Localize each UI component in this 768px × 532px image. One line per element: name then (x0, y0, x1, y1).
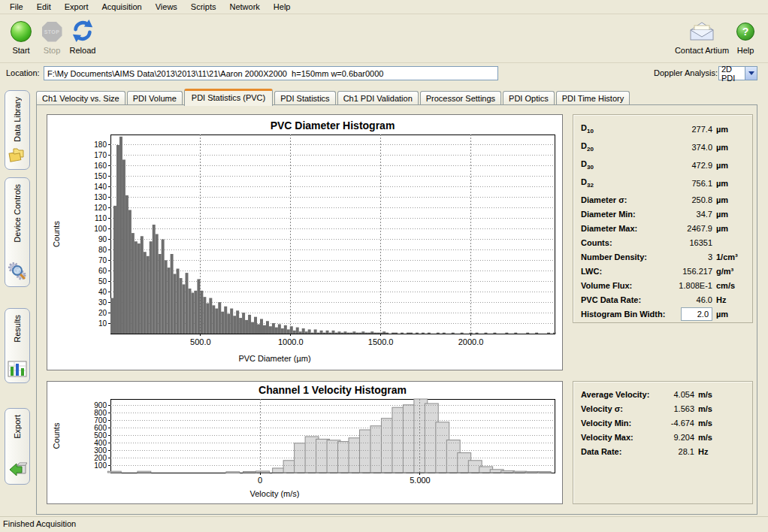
stat-label: Average Velocity: (581, 390, 649, 399)
stat-row: Velocity Min:-4.674m/s (581, 416, 745, 430)
histogram-bar (269, 326, 272, 334)
histogram-bar (364, 333, 367, 334)
histogram-bin-width-input[interactable] (681, 307, 712, 321)
sidebar-item-device-controls[interactable]: Device Controls (5, 177, 30, 287)
histogram-bar (535, 333, 538, 334)
histogram-bar (206, 304, 209, 334)
tab-pdi-time-history[interactable]: PDI Time History (556, 91, 630, 105)
menu-item-network[interactable]: Network (222, 1, 266, 13)
contact-artium-button[interactable]: Contact Artium (671, 20, 733, 55)
stat-value: 3 (647, 252, 712, 261)
histogram-bar (340, 333, 343, 334)
tab-pdi-volume[interactable]: PDI Volume (127, 91, 183, 105)
menu-item-edit[interactable]: Edit (30, 1, 58, 13)
histogram-bar (122, 159, 125, 334)
histogram-bar (343, 331, 346, 334)
histogram-bar (484, 333, 487, 334)
menu-item-file[interactable]: File (3, 1, 30, 13)
histogram-bar (147, 256, 150, 334)
histogram-bar (150, 241, 153, 334)
reload-button[interactable]: Reload (65, 20, 101, 55)
tab-ch1-velocity-vs-size[interactable]: Ch1 Velocity vs. Size (36, 91, 125, 105)
stat-row: D20374.0µm (581, 138, 745, 156)
reload-icon (71, 20, 94, 44)
combo-dropdown-button[interactable] (745, 67, 757, 80)
stat-label: Counts: (581, 238, 612, 247)
histogram-bar (218, 302, 221, 334)
histogram-bar (135, 241, 138, 334)
menu-item-help[interactable]: Help (267, 1, 298, 13)
stat-value: 277.4 (594, 125, 712, 134)
histogram-bar (153, 225, 156, 334)
histogram-bar (239, 318, 242, 334)
stat-unit: µm (716, 310, 745, 319)
gears-icon (8, 261, 27, 283)
menu-item-views[interactable]: Views (149, 1, 184, 13)
stat-value: 156.217 (602, 267, 712, 276)
histogram-bar (379, 333, 382, 334)
histogram-bar (191, 293, 194, 334)
stat-unit: µm (716, 161, 745, 170)
help-button-label: Help (737, 46, 754, 55)
y-tick-label: 40 (98, 288, 107, 296)
stat-row: Volume Flux:1.808E-1cm/s (581, 278, 745, 292)
start-button-label: Start (12, 46, 29, 55)
stat-label: D10 (581, 123, 594, 135)
stop-button[interactable]: STOP Stop (38, 20, 66, 55)
histogram-bar (132, 233, 135, 334)
doppler-analysis-select[interactable]: 2D PDI (718, 66, 757, 80)
sidebar-item-label: Device Controls (13, 184, 22, 243)
histogram-bar (317, 333, 320, 334)
tab-processor-settings[interactable]: Processor Settings (420, 91, 501, 105)
sidebar-item-results[interactable]: Results (5, 308, 30, 383)
histogram-bar (144, 252, 147, 334)
tab-pdi-statistics-pvc-[interactable]: PDI Statistics (PVC) (184, 89, 273, 106)
velocity-histogram-panel: 90080070060050040030020010005.000Channel… (47, 381, 563, 504)
app-window: FileEditExportAcquisitionViewsScriptsNet… (0, 0, 768, 532)
histogram-bar (553, 333, 556, 334)
tab-pdi-statistics[interactable]: PDI Statistics (274, 91, 335, 105)
start-icon (11, 21, 32, 42)
start-button[interactable]: Start (5, 20, 38, 55)
histogram-bar (376, 333, 379, 334)
histogram-bar (215, 309, 218, 334)
menu-item-scripts[interactable]: Scripts (184, 1, 223, 13)
histogram-bar (373, 333, 376, 334)
histogram-bar (251, 322, 254, 334)
histogram-bar (107, 471, 121, 473)
stat-value: 16351 (612, 238, 712, 247)
stat-value: 34.7 (636, 210, 712, 219)
stat-unit: µm (716, 179, 745, 188)
menu-item-acquisition[interactable]: Acquisition (95, 1, 149, 13)
y-tick-label: 120 (94, 204, 107, 212)
stop-icon: STOP (42, 22, 62, 42)
histogram-bar (416, 333, 419, 334)
y-tick-label: 10 (98, 319, 107, 328)
histogram-bar (272, 323, 275, 334)
help-button[interactable]: ? Help (729, 20, 762, 55)
stat-label: Diameter σ: (581, 195, 627, 204)
stat-row: D10277.4µm (581, 120, 745, 138)
stat-label: Volume Flux: (581, 281, 632, 290)
tab-pdi-optics[interactable]: PDI Optics (503, 91, 555, 105)
histogram-bar (525, 472, 539, 473)
status-text: Finished Acquisition (3, 519, 76, 528)
histogram-bar (320, 331, 323, 334)
sidebar-item-export[interactable]: Export (5, 408, 30, 485)
sidebar-item-data-library[interactable]: Data Library (5, 90, 30, 170)
stat-unit: µm (716, 224, 745, 233)
location-input[interactable] (44, 66, 498, 80)
stat-unit: m/s (698, 404, 745, 413)
tab-ch1-pdi-validation[interactable]: Ch1 PDI Validation (337, 91, 419, 105)
stat-value: 4.054 (649, 390, 694, 399)
sidebar-item-label: Data Library (13, 97, 22, 142)
menu-item-export[interactable]: Export (58, 1, 95, 13)
stat-value: 46.0 (641, 295, 712, 304)
histogram-bar (443, 333, 446, 334)
stat-label: Number Density: (581, 252, 647, 261)
y-tick-label: 100 (94, 225, 107, 233)
histogram-bar (159, 254, 162, 334)
stat-unit: g/m³ (716, 267, 745, 276)
pvc-diameter-histogram-panel: 1801701601501401301201101009080706050403… (47, 114, 563, 370)
stat-label: Data Rate: (581, 447, 621, 456)
